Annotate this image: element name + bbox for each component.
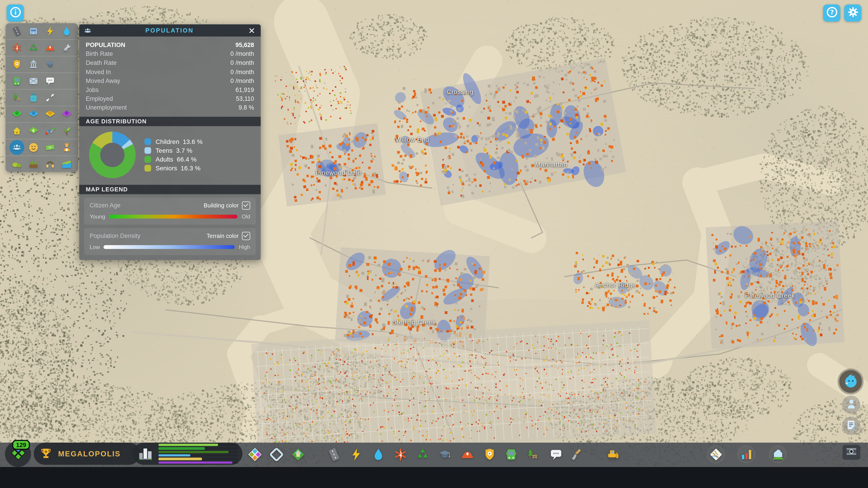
infoview-water-button[interactable]: [58, 24, 74, 39]
infoview-growth-button[interactable]: [58, 124, 74, 138]
tool-zones-button[interactable]: [246, 446, 263, 462]
journal-button[interactable]: [842, 417, 860, 435]
tool-areas-button[interactable]: [268, 446, 284, 462]
stat-row: Birth Rate0 /month: [86, 49, 254, 58]
infoview-zone-office-button[interactable]: [58, 107, 74, 122]
stat-row: Jobs61,919: [86, 85, 254, 94]
city-info-icon: [771, 447, 784, 461]
chirper-button[interactable]: [839, 370, 862, 393]
tool-garbage-button[interactable]: [414, 446, 431, 462]
tool-health-button[interactable]: [392, 446, 408, 462]
age-distribution-chart: Children 13.6 %Teens 3.7 %Adults 66.4 %S…: [79, 126, 260, 185]
age-distribution-heading: AGE DISTRIBUTION: [79, 117, 260, 126]
connections-icon: [44, 126, 55, 136]
infoview-connections-button[interactable]: [41, 124, 58, 138]
infoview-greenery-button[interactable]: [8, 157, 25, 171]
stat-label: Moved Away: [86, 76, 120, 86]
tool-fire-button[interactable]: [459, 446, 475, 462]
legend-swatch: [145, 165, 151, 171]
demand-bar: [158, 444, 238, 446]
infoview-pollution-button[interactable]: [58, 157, 74, 171]
infoview-vehicle-button[interactable]: [25, 24, 41, 39]
infoview-population-button[interactable]: [8, 140, 25, 155]
tool-bulldozer-button[interactable]: [605, 446, 622, 462]
bulldozer-icon: [607, 447, 620, 461]
infoview-row: [5, 139, 78, 156]
help-icon: ?: [825, 5, 838, 21]
tool-education-button[interactable]: [436, 446, 453, 462]
tool-police-button[interactable]: [481, 446, 498, 462]
pollution-icon: [61, 159, 72, 169]
tool-electricity-button[interactable]: [348, 446, 364, 462]
infoview-residential-button[interactable]: [8, 124, 25, 138]
legend-checkbox[interactable]: [242, 232, 250, 240]
infoview-administration-button[interactable]: [25, 57, 41, 72]
infoview-education-button[interactable]: [41, 57, 58, 72]
infoview-parks-button[interactable]: [8, 90, 25, 105]
tool-statistics-button[interactable]: [738, 446, 754, 462]
noise-icon: [44, 159, 55, 169]
city-progress-button[interactable]: MEGALOPOLIS: [34, 443, 140, 465]
help-button[interactable]: ?: [823, 4, 840, 22]
workplaces-icon: [61, 142, 72, 153]
infoview-communications-button[interactable]: [41, 74, 58, 88]
status-bar: 07:54 Apr 2031 15°C Spring New Dollarton…: [0, 467, 868, 488]
photo-mode-button[interactable]: [842, 445, 860, 460]
infoview-workplaces-button[interactable]: [58, 140, 74, 155]
tool-water-button[interactable]: [370, 446, 386, 462]
age-legend-text: Teens 3.7 %: [156, 147, 192, 154]
infoview-fire-button[interactable]: [41, 41, 58, 55]
zone-residential-icon: [11, 109, 22, 120]
parks-icon: [11, 92, 22, 103]
camera-icon: [845, 445, 858, 459]
education-icon: [44, 59, 55, 70]
transit-icon: [504, 447, 518, 461]
infoview-economy-button[interactable]: [41, 140, 58, 155]
citizen-button[interactable]: [842, 396, 860, 414]
demand-button[interactable]: [133, 443, 243, 465]
close-icon[interactable]: ✕: [247, 26, 256, 35]
legend-checkbox[interactable]: [242, 201, 250, 210]
infoview-noise-button[interactable]: [41, 157, 58, 171]
infoview-happiness-button[interactable]: [25, 140, 41, 155]
legend-label: Citizen Age: [90, 202, 121, 208]
garbage-icon: [415, 447, 429, 461]
water-icon: [371, 447, 385, 461]
infoview-police-button[interactable]: [8, 57, 25, 72]
tool-landscaping-button[interactable]: [569, 446, 586, 462]
infoview-tourism-button[interactable]: [25, 90, 41, 105]
tool-parks-button[interactable]: [524, 446, 540, 462]
infoview-electricity-button[interactable]: [41, 24, 58, 39]
infoview-land-value-button[interactable]: ¢: [25, 124, 41, 138]
legend-swatch: [145, 156, 151, 162]
legend-card: Population Density Terrain color Low Hig…: [84, 228, 256, 255]
infoview-transit-button[interactable]: [8, 74, 25, 88]
demand-bar: [158, 461, 238, 464]
communications-icon: [549, 447, 563, 461]
infoview-maintenance-button[interactable]: [58, 41, 74, 55]
stat-value: 61,919: [236, 85, 254, 94]
tool-city-info-button[interactable]: [770, 446, 786, 462]
journal-icon: [845, 419, 857, 433]
city-buildings-icon: [137, 445, 154, 462]
tool-roads-button[interactable]: [326, 446, 342, 462]
stat-row: Employed53,110: [86, 94, 254, 103]
infoview-zone-commercial-button[interactable]: [25, 107, 41, 122]
infoviews-toggle-button[interactable]: [6, 4, 24, 22]
tool-transit-button[interactable]: [503, 446, 519, 462]
infoview-zone-industrial-button[interactable]: [41, 107, 58, 122]
tool-communications-button[interactable]: [548, 446, 564, 462]
tool-map-button[interactable]: [708, 446, 724, 462]
infoview-road-button[interactable]: [8, 24, 25, 39]
infoview-routes-button[interactable]: [41, 90, 58, 105]
legend-swatch: [145, 147, 151, 154]
stat-value: 0 /month: [230, 49, 254, 58]
infoview-post-button[interactable]: [25, 74, 41, 88]
settings-button[interactable]: [844, 4, 862, 22]
tool-landmarks-button[interactable]: [289, 446, 306, 462]
infoview-fertility-button[interactable]: [25, 157, 41, 171]
infoview-health-button[interactable]: [8, 41, 25, 55]
infoview-garbage-button[interactable]: [25, 41, 41, 55]
infoview-zone-residential-button[interactable]: [8, 107, 25, 122]
milestone-badge: 129: [12, 440, 30, 450]
